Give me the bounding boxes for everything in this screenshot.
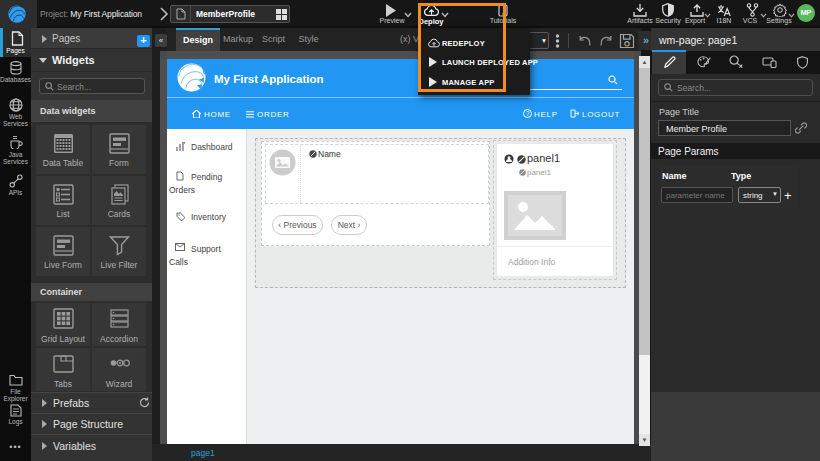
svg-text:?: ?: [526, 110, 530, 117]
